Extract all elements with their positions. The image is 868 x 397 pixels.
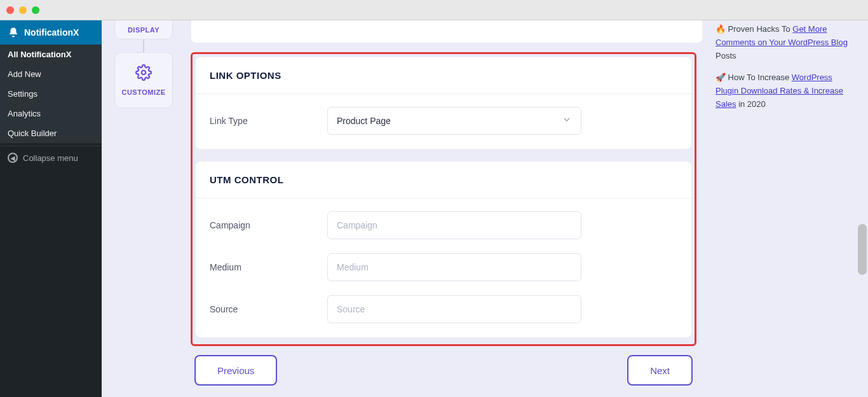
link-type-value: Product Page xyxy=(337,116,391,126)
campaign-row: Campaign xyxy=(210,211,677,239)
campaign-input[interactable] xyxy=(327,211,581,239)
link-type-select[interactable]: Product Page xyxy=(327,107,581,135)
link-type-row: Link Type Product Page xyxy=(210,107,677,135)
tip-item: 🔥 Proven Hacks To Get More Comments on Y… xyxy=(715,23,855,62)
fire-icon: 🔥 xyxy=(715,24,726,34)
chevron-down-icon xyxy=(562,115,572,127)
sidebar-item-all-notificationx[interactable]: All NotificationX xyxy=(0,45,102,64)
source-input[interactable] xyxy=(327,295,581,323)
step-display-label: DISPLAY xyxy=(128,26,159,34)
wizard-nav: Previous Next xyxy=(191,355,696,386)
sidebar-item-add-new[interactable]: Add New xyxy=(0,64,102,84)
sidebar-header-notificationx[interactable]: NotificationX xyxy=(0,20,102,45)
collapse-label: Collapse menu xyxy=(23,153,78,163)
step-connector xyxy=(143,39,144,52)
step-customize[interactable]: CUSTOMIZE xyxy=(114,52,173,108)
rocket-icon: 🚀 xyxy=(715,73,726,82)
sidebar-item-quick-builder[interactable]: Quick Builder xyxy=(0,123,102,143)
browser-chrome xyxy=(0,0,868,20)
source-row: Source xyxy=(210,295,677,323)
link-options-panel: LINK OPTIONS Link Type Product Page xyxy=(195,57,692,150)
wizard-steps: DISPLAY CUSTOMIZE xyxy=(114,20,173,108)
utm-control-panel: UTM CONTROL Campaign Medium xyxy=(195,161,692,338)
collapse-menu-button[interactable]: ◀ Collapse menu xyxy=(0,146,102,169)
admin-sidebar: NotificationX All NotificationX Add New … xyxy=(0,20,102,397)
medium-label: Medium xyxy=(210,262,327,272)
medium-input[interactable] xyxy=(327,253,581,281)
svg-point-0 xyxy=(142,71,146,75)
collapse-icon: ◀ xyxy=(8,153,18,163)
link-options-title: LINK OPTIONS xyxy=(196,57,691,94)
highlight-box: LINK OPTIONS Link Type Product Page xyxy=(191,52,696,346)
previous-button[interactable]: Previous xyxy=(194,355,277,386)
link-type-label: Link Type xyxy=(210,116,327,126)
step-display[interactable]: DISPLAY xyxy=(114,20,173,39)
sidebar-item-settings[interactable]: Settings xyxy=(0,84,102,104)
campaign-label: Campaign xyxy=(210,220,327,230)
next-button[interactable]: Next xyxy=(627,355,693,386)
window-close-icon[interactable] xyxy=(6,6,14,14)
medium-row: Medium xyxy=(210,253,677,281)
utm-control-title: UTM CONTROL xyxy=(196,162,691,198)
gear-icon xyxy=(135,64,152,83)
bell-icon xyxy=(8,27,19,38)
scrollbar-thumb[interactable] xyxy=(858,224,867,275)
window-minimize-icon[interactable] xyxy=(19,6,27,14)
source-label: Source xyxy=(210,304,327,314)
tip-item: 🚀 How To Increase WordPress Plugin Downl… xyxy=(715,71,855,111)
sidebar-title: NotificationX xyxy=(24,27,79,38)
sidebar-item-analytics[interactable]: Analytics xyxy=(0,104,102,123)
step-customize-label: CUSTOMIZE xyxy=(121,88,165,96)
tips-panel: 🔥 Proven Hacks To Get More Comments on Y… xyxy=(715,20,855,120)
window-maximize-icon[interactable] xyxy=(32,6,39,14)
